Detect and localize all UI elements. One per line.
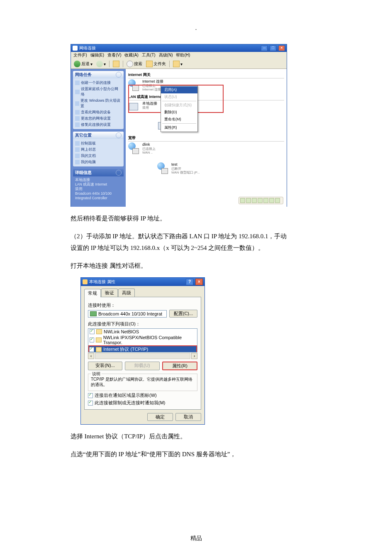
ctx-properties[interactable]: 属性(R)	[161, 124, 197, 131]
ctx-enable[interactable]: 启用(A)	[161, 86, 197, 93]
up-button[interactable]	[112, 60, 121, 68]
panel-header-tasks[interactable]: 网络任务	[73, 71, 124, 78]
panel-other-places: 其它位置 控制面板 网上邻居 我的文档 我的电脑	[73, 132, 124, 166]
list-item-tcpip[interactable]: Internet 协议 (TCP/IP)	[88, 345, 197, 352]
menu-view[interactable]: 查看(V)	[107, 52, 121, 59]
tab-general[interactable]: 常规	[84, 289, 101, 297]
menu-tools[interactable]: 工具(T)	[142, 52, 156, 59]
language-bar[interactable]	[239, 197, 283, 204]
uninstall-button: 卸载(U)	[125, 362, 159, 370]
protocol-icon	[96, 347, 102, 352]
checkbox-icon[interactable]	[88, 401, 93, 406]
folders-button[interactable]: 文件夹	[145, 60, 167, 68]
scroll-left-icon[interactable]: ‹	[88, 353, 94, 359]
configure-button[interactable]: 配置(C)...	[169, 310, 197, 318]
close-button[interactable]: ×	[278, 45, 285, 51]
list-item[interactable]: NWLink NetBIOS	[88, 329, 197, 335]
connect-using-label: 连接时使用：	[88, 302, 197, 308]
detail-line: LAN 或高速 Internet	[75, 182, 122, 187]
detail-line: 本地连接	[75, 178, 122, 182]
menu-file[interactable]: 文件(F)	[73, 52, 87, 59]
notify-checkbox[interactable]: 此连接被限制或无连接时通知我(M)	[88, 400, 197, 406]
task-item[interactable]: 设置家庭或小型办公网络	[75, 86, 122, 98]
close-button[interactable]: ×	[195, 279, 203, 285]
side-pane: 网络任务 创建一个新的连接 设置家庭或小型办公网络 更改 Windows 防火墙…	[71, 69, 126, 207]
main-area: Internet 网关 Internet 连接 已连接上 Internet 连接…	[126, 69, 287, 207]
back-button[interactable]: 后退 ▾	[73, 60, 94, 68]
adapter-box: Broadcom 440x 10/100 Integrat	[88, 310, 167, 318]
top-dot: .	[0, 25, 392, 32]
ctx-rename[interactable]: 重命名(M)	[161, 116, 197, 123]
body-text: 然后稍待看是否能够获得 IP 地址。	[71, 213, 290, 225]
checkbox-icon[interactable]	[90, 337, 94, 342]
place-item[interactable]: 控制面板	[75, 140, 122, 147]
properties-button[interactable]: 属性(R)	[162, 362, 197, 370]
search-button[interactable]: 搜索	[125, 60, 144, 68]
panel-network-tasks: 网络任务 创建一个新的连接 设置家庭或小型办公网络 更改 Windows 防火墙…	[73, 71, 124, 129]
desc-title: 说明	[91, 371, 102, 377]
menu-help[interactable]: 帮助(H)	[176, 52, 190, 59]
context-menu: 启用(A) 状态(U) 创建快捷方式(S) 删除(D) 重命名(M) 属性(R)	[161, 86, 198, 132]
task-item[interactable]: 更改 Windows 防火墙设置	[75, 98, 122, 109]
panel-header-other[interactable]: 其它位置	[73, 132, 124, 139]
ctx-delete[interactable]: 删除(D)	[161, 109, 197, 116]
protocol-icon	[96, 329, 102, 334]
tab-auth[interactable]: 验证	[101, 289, 118, 297]
task-item[interactable]: 修复此连接的设置	[75, 122, 122, 128]
task-item[interactable]: 创建一个新的连接	[75, 80, 122, 86]
task-item[interactable]: 更改您的网络设置	[75, 115, 122, 122]
menu-advanced[interactable]: 高级(N)	[159, 52, 173, 59]
tab-advanced[interactable]: 高级	[118, 289, 135, 297]
show-icon-checkbox[interactable]: 连接后在通知区域显示图标(W)	[88, 392, 197, 399]
task-item[interactable]: 查看此网络的设备	[75, 109, 122, 115]
checkbox-icon[interactable]	[89, 347, 94, 352]
views-button[interactable]: ▾	[172, 60, 184, 68]
menu-bar: 文件(F) 编辑(E) 查看(V) 收藏(A) 工具(T) 高级(N) 帮助(H…	[71, 52, 287, 59]
tabs: 常规 验证 高级	[84, 289, 201, 297]
panel-header-details[interactable]: 详细信息	[73, 169, 124, 176]
detail-line: 禁用	[75, 187, 122, 191]
place-item[interactable]: 我的电脑	[75, 159, 122, 165]
dialog-title-bar: 本地连接 属性 ? ×	[81, 278, 205, 286]
dialog-icon	[83, 279, 88, 284]
checkbox-icon[interactable]	[90, 329, 95, 334]
conn-test[interactable]: test 已断开 WAN 微型端口 (P...	[157, 162, 219, 175]
body-text: 点选“使用下面的 IP 地址”和“使用下面的 DNS 服务器地址”，	[71, 448, 290, 460]
menu-edit[interactable]: 编辑(E)	[90, 52, 104, 59]
install-button[interactable]: 安装(N)...	[88, 362, 122, 370]
window-title: 网络连接	[79, 45, 96, 51]
desc-text: TCP/IP 是默认的广域网协议。它提供跨越多种互联网络的通讯。	[91, 377, 195, 387]
conn-dlink[interactable]: dlink 已连接上 WAN ..	[128, 142, 190, 155]
cancel-button[interactable]: 取消	[175, 413, 201, 421]
body-text: 打开本地连接 属性对话框。	[71, 260, 290, 272]
local-conn-properties-dialog: 本地连接 属性 ? × 常规 验证 高级 连接时使用：	[80, 277, 205, 425]
ctx-status: 状态(U)	[161, 93, 197, 100]
detail-line: Broadcom 440x 10/100 Integrated Controll…	[75, 191, 122, 200]
items-listbox[interactable]: NWLink NetBIOS NWLink IPX/SPX/NetBIOS Co…	[88, 328, 197, 352]
protocol-icon	[96, 337, 101, 342]
place-item[interactable]: 我的文档	[75, 153, 122, 159]
group-broadband: 宽带	[128, 135, 284, 142]
scroll-track[interactable]	[95, 353, 190, 359]
help-button[interactable]: ?	[186, 279, 193, 285]
tab-panel: 连接时使用： Broadcom 440x 10/100 Integrat 配置(…	[84, 297, 201, 410]
nic-icon	[90, 311, 97, 316]
scroll-right-icon[interactable]: ›	[191, 353, 197, 359]
description-group: 说明 TCP/IP 是默认的广域网协议。它提供跨越多种互联网络的通讯。	[88, 374, 197, 391]
adapter-name: Broadcom 440x 10/100 Integrat	[98, 311, 162, 316]
forward-button[interactable]: ▾	[95, 60, 107, 68]
page-footer: 精品	[0, 535, 392, 542]
window-icon	[73, 46, 78, 51]
scrollbar[interactable]: ‹ ›	[88, 353, 197, 359]
checkbox-icon[interactable]	[88, 393, 93, 398]
ok-button[interactable]: 确定	[147, 413, 173, 421]
dialog-title: 本地连接 属性	[89, 279, 115, 285]
maximize-button[interactable]: □	[270, 45, 276, 51]
body-text: 选择 Internet 协议（TCP/IP）后点击属性。	[71, 430, 290, 443]
minimize-button[interactable]: ─	[261, 45, 268, 51]
menu-fav[interactable]: 收藏(A)	[124, 52, 138, 59]
window-buttons: ─ □ ×	[260, 45, 285, 51]
group-lan: LAN 或高速 Internet	[128, 94, 284, 100]
list-item[interactable]: NWLink IPX/SPX/NetBIOS Compatible Transp…	[88, 335, 197, 345]
place-item[interactable]: 网上邻居	[75, 147, 122, 153]
